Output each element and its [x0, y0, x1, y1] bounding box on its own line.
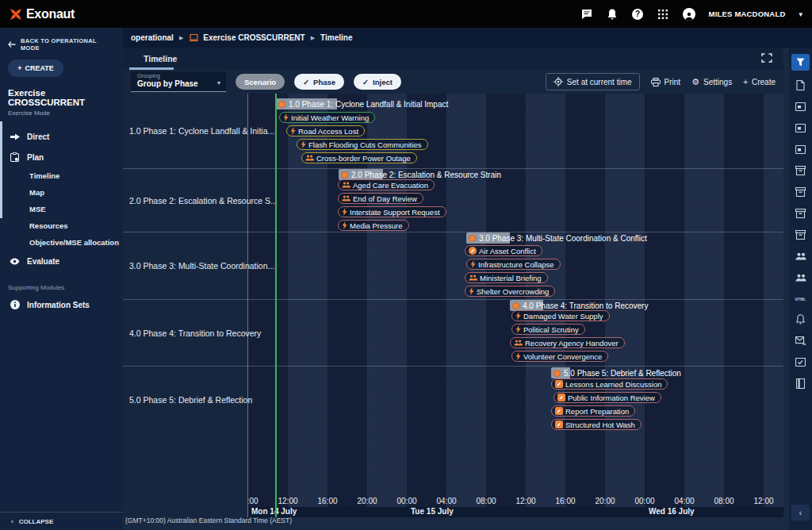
inject-bar[interactable]: Ministerial Briefing: [465, 272, 548, 283]
inject-bar[interactable]: Infrastructure Collapse: [466, 259, 561, 270]
fullscreen-icon[interactable]: [761, 53, 772, 63]
card-check-icon[interactable]: [789, 353, 812, 371]
sidebar-item-objective-mse-allocation[interactable]: Objective/MSE allocation: [0, 234, 123, 251]
inject-label: End of Day Review: [353, 194, 417, 203]
inject-bar[interactable]: Flash Flooding Cuts Communities: [297, 139, 428, 150]
phase-icon: [341, 171, 348, 179]
phase-bar[interactable]: 1.0 Phase 1: Cyclone Landfall & Initial …: [276, 98, 448, 109]
mail-send-icon[interactable]: [789, 332, 812, 349]
user-menu-chevron-down-icon[interactable]: ▾: [799, 10, 802, 18]
card-icon[interactable]: [789, 119, 812, 136]
sidebar-item-timeline[interactable]: Timeline: [0, 167, 123, 184]
inject-bar[interactable]: End of Day Review: [338, 193, 423, 204]
settings-button[interactable]: ⚙ Settings: [691, 77, 732, 87]
rail-collapse-chevron-icon[interactable]: ‹: [791, 505, 810, 520]
card-icon[interactable]: [789, 140, 812, 158]
scenario-toggle-chip[interactable]: Scenario: [236, 74, 285, 90]
html-icon[interactable]: HTML: [789, 290, 812, 308]
archive-box-icon[interactable]: [789, 183, 812, 201]
breadcrumb-operational[interactable]: operational: [131, 33, 174, 42]
tab-timeline[interactable]: Timeline: [129, 48, 191, 70]
set-at-current-time-button[interactable]: Set at current time: [546, 73, 640, 90]
inject-label: Volunteer Convergence: [523, 352, 602, 361]
breadcrumb-separator-icon: ▶: [179, 35, 183, 41]
timeline-row-phase-4: 4.0 Phase 4: Transition to Recovery 4.0 …: [123, 300, 783, 367]
people-icon[interactable]: [789, 269, 812, 286]
chat-icon[interactable]: [581, 8, 593, 20]
print-button[interactable]: Print: [651, 78, 681, 86]
inject-bar[interactable]: Initial Weather Warning: [279, 112, 375, 123]
inject-bar[interactable]: Cross-border Power Outage: [301, 152, 417, 163]
archive-box-icon[interactable]: [789, 226, 812, 244]
sidebar-item-resources[interactable]: Resources: [0, 217, 123, 234]
tick-label: 16:00: [555, 497, 575, 505]
current-time-line: [275, 94, 277, 517]
inject-bar[interactable]: Air Asset Conflict: [465, 245, 542, 256]
user-name[interactable]: MILES MACDONALD: [709, 10, 786, 18]
apps-grid-icon[interactable]: [657, 8, 669, 20]
time-axis: 08:00 12:00 16:00 20:00 00:00 04:00 08:0…: [248, 496, 783, 507]
sidebar-item-plan[interactable]: Plan: [0, 147, 123, 167]
inject-bar[interactable]: Shelter Overcrowding: [465, 286, 555, 297]
check-icon: ✓: [303, 78, 309, 86]
sidebar-item-map[interactable]: Map: [0, 184, 123, 201]
inject-label: Air Asset Conflict: [479, 247, 536, 255]
help-icon[interactable]: ?: [632, 8, 644, 20]
chevron-left-icon: ‹: [11, 518, 13, 525]
inject-bar[interactable]: Aged Care Evacuation: [338, 179, 435, 190]
sidebar-item-mse[interactable]: MSE: [0, 201, 123, 217]
inject-bar[interactable]: Report Preparation: [551, 405, 635, 417]
inject-bar[interactable]: Media Pressure: [338, 220, 409, 231]
inject-label: Media Pressure: [350, 221, 403, 230]
book-icon[interactable]: [789, 374, 812, 392]
direct-arrow-icon: [10, 133, 20, 140]
phase-bar[interactable]: 2.0 Phase 2: Escalation & Resource Strai…: [339, 169, 501, 180]
phase-bar[interactable]: 5.0 Phase 5: Debrief & Reflection: [551, 367, 681, 378]
tick-label: 12:00: [278, 497, 297, 505]
inject-bar[interactable]: Interstate Support Request: [338, 206, 446, 217]
inject-bar[interactable]: Political Scrutiny: [511, 324, 585, 335]
date-axis: Mon 14 July Tue 15 July Wed 16 July: [248, 507, 783, 517]
back-to-operational-mode-link[interactable]: BACK TO OPERATIONAL MODE: [0, 28, 123, 52]
user-avatar[interactable]: [683, 8, 695, 21]
inject-bar[interactable]: Road Access Lost: [286, 125, 365, 136]
timezone-note: (GMT+10:00) Australian Eastern Standard …: [125, 517, 292, 524]
sidebar-item-information-sets[interactable]: Information Sets: [0, 294, 123, 315]
create-button[interactable]: + Create: [743, 78, 776, 86]
breadcrumb-timeline[interactable]: Timeline: [320, 33, 352, 42]
inject-label: Initial Weather Warning: [291, 113, 369, 122]
inject-bar[interactable]: Damaged Water Supply: [511, 310, 610, 321]
phase-bar[interactable]: 4.0 Phase 4: Transition to Recovery: [510, 300, 648, 311]
grouping-select[interactable]: Grouping Group by Phase ▾: [131, 71, 226, 92]
bolt-icon: [301, 140, 306, 148]
inject-bar[interactable]: Volunteer Convergence: [511, 351, 608, 362]
notifications-bell-icon[interactable]: [607, 8, 619, 20]
breadcrumb-exercise[interactable]: Exercise CROSSCURRENT: [203, 33, 304, 42]
bolt-icon: [283, 113, 289, 121]
inject-label: Ministerial Briefing: [480, 274, 542, 282]
inject-label: Shelter Overcrowding: [477, 287, 549, 296]
brand-logo[interactable]: Exonaut: [10, 7, 75, 21]
people-icon[interactable]: [789, 248, 812, 265]
inject-toggle-chip[interactable]: ✓ Inject: [354, 74, 401, 90]
sidebar-create-button[interactable]: + CREATE: [8, 60, 63, 77]
bolt-icon: [469, 287, 474, 295]
inject-bar[interactable]: Lessons Learned Discussion: [551, 378, 668, 390]
document-icon[interactable]: [789, 76, 812, 94]
bell-icon[interactable]: [789, 310, 812, 328]
archive-box-icon[interactable]: [789, 205, 812, 222]
inject-bar[interactable]: Structured Hot Wash: [551, 419, 642, 430]
phase-toggle-chip[interactable]: ✓ Phase: [294, 74, 344, 90]
inject-bar[interactable]: Public Information Review: [553, 392, 661, 403]
archive-box-icon[interactable]: [789, 162, 812, 179]
inject-bar[interactable]: Recovery Agency Handover: [510, 337, 625, 348]
sidebar-collapse-button[interactable]: ‹ COLLAPSE: [0, 512, 123, 530]
filter-icon[interactable]: [791, 54, 810, 71]
card-icon[interactable]: [789, 98, 812, 115]
phase-bar-label: 3.0 Phase 3: Multi-State Coordination & …: [479, 234, 647, 243]
phase-bar[interactable]: 3.0 Phase 3: Multi-State Coordination & …: [466, 232, 647, 244]
exercise-laptop-icon: [189, 34, 199, 42]
sidebar-item-evaluate[interactable]: Evaluate: [0, 251, 123, 271]
exercise-title: Exercise CROSSCURRENT: [8, 88, 115, 107]
sidebar-item-direct[interactable]: Direct: [0, 126, 123, 147]
